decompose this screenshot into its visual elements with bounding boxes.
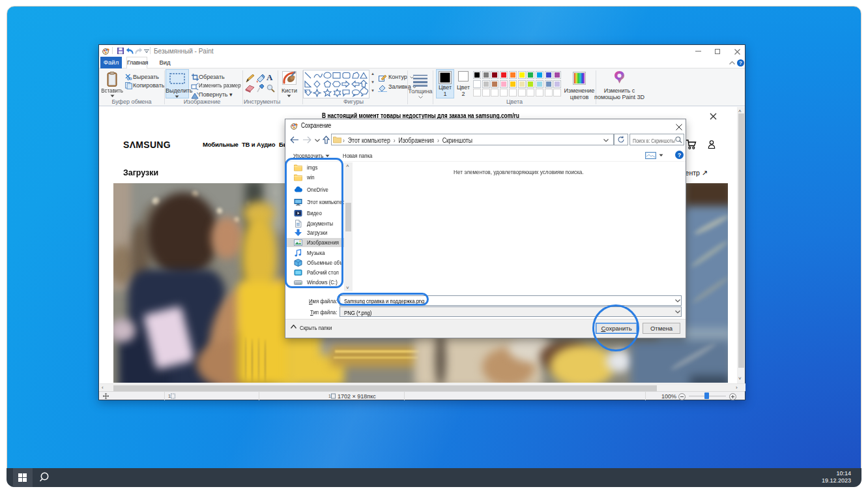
svg-text:1: 1: [168, 394, 171, 398]
svg-text:1: 1: [328, 394, 331, 398]
svg-text:?: ?: [678, 152, 682, 158]
svg-text:?: ?: [739, 60, 742, 66]
